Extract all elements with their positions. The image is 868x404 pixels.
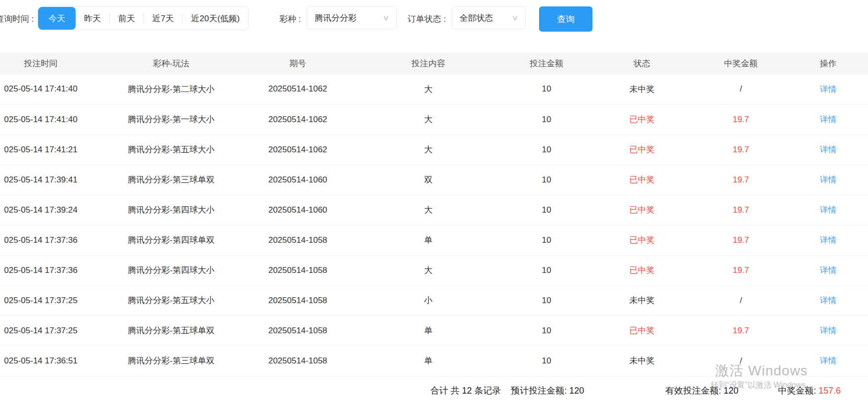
detail-link[interactable]: 详情 <box>820 356 837 365</box>
cell-issue-number: 20250514-1058 <box>261 225 335 255</box>
cell-issue-number: 20250514-1062 <box>261 104 335 135</box>
cell-bet-time: 025-05-14 17:41:40 <box>0 104 82 135</box>
cell-status: 未中奖 <box>571 346 713 376</box>
time-option[interactable]: 昨天 <box>76 7 109 30</box>
detail-link[interactable]: 详情 <box>820 235 837 245</box>
table-row: 025-05-14 17:37:25 腾讯分分彩-第五球单双 20250514-… <box>0 315 868 346</box>
cell-bet-time: 025-05-14 17:41:40 <box>0 74 82 104</box>
cell-bet-amount: 10 <box>522 104 571 135</box>
cell-bet-amount: 10 <box>522 135 571 165</box>
cell-bet-content: 大 <box>335 195 522 225</box>
cell-prize-amount: 19.7 <box>713 165 769 195</box>
detail-link[interactable]: 详情 <box>820 85 837 94</box>
detail-link[interactable]: 详情 <box>820 115 837 124</box>
detail-link[interactable]: 详情 <box>820 266 837 275</box>
detail-link[interactable]: 详情 <box>820 205 837 215</box>
cell-action: 详情 <box>769 225 868 255</box>
column-header: 投注金额 <box>522 53 571 74</box>
cell-bet-content: 大 <box>335 255 522 285</box>
cell-status: 已中奖 <box>571 195 713 225</box>
cell-prize-amount: 19.7 <box>713 255 769 285</box>
cell-bet-amount: 10 <box>522 346 571 376</box>
cell-status: 已中奖 <box>571 135 713 165</box>
cell-lottery-play: 腾讯分分彩-第四球单双 <box>82 225 261 255</box>
chevron-down-icon: ∨ <box>511 13 518 22</box>
cell-bet-time: 025-05-14 17:37:25 <box>0 285 82 315</box>
cell-bet-amount: 10 <box>522 195 571 225</box>
cell-prize-amount: / <box>713 285 769 315</box>
expected-bet-amount: 预计投注金额:120 <box>511 385 584 397</box>
cell-status: 未中奖 <box>571 285 713 315</box>
cell-status: 已中奖 <box>571 315 713 346</box>
cell-issue-number: 20250514-1062 <box>261 135 335 165</box>
cell-issue-number: 20250514-1062 <box>261 74 335 104</box>
cell-bet-content: 单 <box>335 315 522 346</box>
cell-bet-content: 大 <box>335 104 522 135</box>
time-option[interactable]: 近7天 <box>144 7 182 30</box>
column-header: 投注时间 <box>0 53 82 74</box>
cell-prize-amount: 19.7 <box>713 195 769 225</box>
total-prize-amount: 中奖金额:157.6 <box>778 385 841 397</box>
time-option[interactable]: 今天 <box>38 7 76 30</box>
cell-issue-number: 20250514-1060 <box>261 165 335 195</box>
detail-link[interactable]: 详情 <box>820 145 837 154</box>
cell-bet-amount: 10 <box>522 74 571 104</box>
lottery-type-select[interactable]: 腾讯分分彩 ∨ <box>307 6 397 29</box>
detail-link[interactable]: 详情 <box>820 175 837 184</box>
cell-action: 详情 <box>769 255 868 285</box>
lottery-type-label: 彩种 : <box>279 13 301 25</box>
valid-bet-amount: 有效投注金额:120 <box>665 385 738 397</box>
cell-bet-time: 025-05-14 17:37:25 <box>0 315 82 346</box>
chevron-down-icon: ∨ <box>382 13 389 22</box>
detail-link[interactable]: 详情 <box>820 296 837 305</box>
cell-issue-number: 20250514-1058 <box>261 285 335 315</box>
order-status-label: 订单状态 : <box>408 13 446 25</box>
cell-issue-number: 20250514-1058 <box>261 255 335 285</box>
time-option[interactable]: 前天 <box>110 7 143 30</box>
cell-action: 详情 <box>769 165 868 195</box>
cell-lottery-play: 腾讯分分彩-第三球单双 <box>82 346 261 376</box>
detail-link[interactable]: 详情 <box>820 326 837 335</box>
cell-status: 已中奖 <box>571 225 713 255</box>
cell-lottery-play: 腾讯分分彩-第五球大小 <box>82 135 261 165</box>
cell-bet-amount: 10 <box>522 225 571 255</box>
windows-activation-watermark: 激活 Windows <box>715 361 808 380</box>
cell-lottery-play: 腾讯分分彩-第三球单双 <box>82 165 261 195</box>
cell-bet-time: 025-05-14 17:37:36 <box>0 225 82 255</box>
column-header: 中奖金额 <box>713 53 769 74</box>
table-row: 025-05-14 17:41:40 腾讯分分彩-第一球大小 20250514-… <box>0 104 868 135</box>
table-row: 025-05-14 17:37:25 腾讯分分彩-第五球大小 20250514-… <box>0 285 868 315</box>
query-time-label: 查询时间 : <box>0 13 34 25</box>
cell-lottery-play: 腾讯分分彩-第五球单双 <box>82 315 261 346</box>
table-row: 025-05-14 17:37:36 腾讯分分彩-第四球大小 20250514-… <box>0 255 868 285</box>
cell-bet-content: 大 <box>335 135 522 165</box>
table-row: 025-05-14 17:41:40 腾讯分分彩-第二球大小 20250514-… <box>0 74 868 104</box>
table-row: 025-05-14 17:37:36 腾讯分分彩-第四球单双 20250514-… <box>0 225 868 255</box>
cell-bet-amount: 10 <box>522 285 571 315</box>
cell-bet-content: 单 <box>335 346 522 376</box>
cell-bet-content: 双 <box>335 165 522 195</box>
cell-status: 未中奖 <box>571 74 713 104</box>
cell-status: 已中奖 <box>571 165 713 195</box>
order-status-value: 全部状态 <box>459 12 493 24</box>
cell-status: 已中奖 <box>571 104 713 135</box>
cell-lottery-play: 腾讯分分彩-第五球大小 <box>82 285 261 315</box>
search-button[interactable]: 查询 <box>539 6 593 32</box>
table-row: 025-05-14 17:39:24 腾讯分分彩-第四球大小 20250514-… <box>0 195 868 225</box>
time-option[interactable]: 近20天(低频) <box>183 7 248 30</box>
cell-bet-amount: 10 <box>522 315 571 346</box>
bet-records-table: 投注时间彩种-玩法期号投注内容投注金额状态中奖金额操作 025-05-14 17… <box>0 53 868 376</box>
column-header: 期号 <box>261 53 335 74</box>
cell-action: 详情 <box>769 135 868 165</box>
column-header: 彩种-玩法 <box>82 53 261 74</box>
cell-bet-content: 大 <box>335 74 522 104</box>
cell-bet-time: 025-05-14 17:36:51 <box>0 346 82 376</box>
cell-bet-content: 单 <box>335 225 522 255</box>
table-row: 025-05-14 17:41:21 腾讯分分彩-第五球大小 20250514-… <box>0 135 868 165</box>
column-header: 状态 <box>571 53 713 74</box>
order-status-select[interactable]: 全部状态 ∨ <box>452 6 526 29</box>
cell-action: 详情 <box>769 315 868 346</box>
cell-action: 详情 <box>769 74 868 104</box>
cell-prize-amount: 19.7 <box>713 315 769 346</box>
cell-bet-time: 025-05-14 17:41:21 <box>0 135 82 165</box>
